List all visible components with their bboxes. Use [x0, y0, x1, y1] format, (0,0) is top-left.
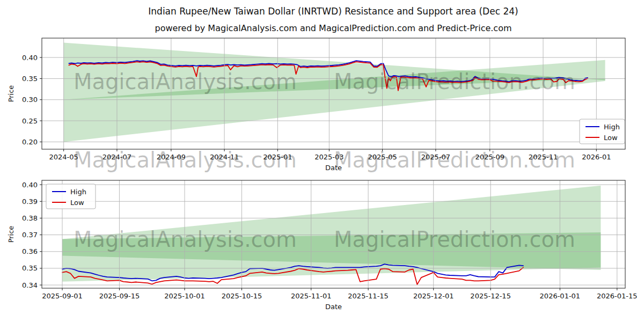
chart-figure: Indian Rupee/New Taiwan Dollar (INRTWD) …	[0, 0, 644, 322]
x-tick-label: 2025-10-15	[222, 292, 262, 300]
y-tick-label: 0.40	[22, 181, 38, 189]
y-axis-label: Price	[7, 85, 15, 103]
watermark-prediction: MagicalPrediction.com	[334, 227, 575, 252]
y-tick-label: 0.34	[22, 281, 38, 289]
x-tick-label: 2025-11-15	[348, 292, 389, 300]
y-tick-label: 0.40	[22, 54, 38, 62]
x-tick-label: 2025-10-01	[164, 292, 205, 300]
y-tick-label: 0.35	[22, 264, 38, 272]
legend: HighLow	[46, 184, 96, 209]
watermark-analysis: MagicalAnalysis.com	[74, 227, 297, 252]
page-subtitle: powered by MagicalAnalysis.com and Magic…	[155, 23, 511, 33]
watermark-prediction: MagicalPrediction.com	[334, 148, 575, 172]
legend-label-high: High	[70, 188, 86, 196]
x-tick-label: 2025-12-01	[413, 292, 454, 300]
y-tick-label: 0.39	[22, 197, 38, 206]
y-tick-label: 0.37	[22, 231, 38, 239]
y-tick-label: 0.25	[22, 117, 38, 125]
figure-canvas: Indian Rupee/New Taiwan Dollar (INRTWD) …	[0, 0, 644, 322]
x-tick-label: 2025-11-01	[291, 292, 332, 300]
legend-label-low: Low	[70, 199, 84, 207]
y-tick-label: 0.20	[22, 138, 38, 146]
page-title: Indian Rupee/New Taiwan Dollar (INRTWD) …	[148, 6, 518, 17]
x-axis-label: Date	[325, 303, 342, 311]
y-axis-label: Price	[7, 226, 15, 243]
watermark-analysis: MagicalAnalysis.com	[74, 69, 297, 94]
x-tick-label: 2026-01-01	[540, 292, 581, 300]
legend: HighLow	[580, 119, 625, 144]
y-tick-label: 0.35	[22, 75, 38, 83]
watermark-prediction: MagicalPrediction.com	[334, 69, 575, 94]
x-tick-label: 2026-01-15	[597, 292, 638, 300]
x-tick-label: 2025-09-01	[42, 292, 83, 300]
x-tick-label: 2025-12-15	[470, 292, 511, 300]
y-tick-label: 0.36	[22, 247, 38, 255]
watermark-analysis: MagicalAnalysis.com	[74, 148, 297, 172]
x-tick-label: 2025-09-15	[99, 292, 140, 300]
legend-label-high: High	[604, 123, 620, 131]
legend-label-low: Low	[604, 134, 618, 142]
x-tick-label: 2026-01	[582, 153, 611, 161]
y-tick-label: 0.30	[22, 96, 38, 104]
y-tick-label: 0.38	[22, 214, 38, 222]
